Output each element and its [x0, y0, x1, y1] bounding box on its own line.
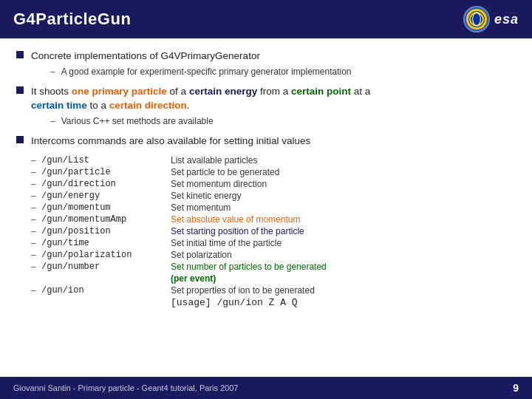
sub-dash-2: –	[50, 116, 55, 126]
page-title: G4ParticleGun	[13, 10, 131, 29]
sub-dash-1: –	[50, 66, 55, 77]
esa-logo: esa	[463, 6, 519, 33]
bullet-3: Intercoms commands are also available fo…	[16, 134, 516, 149]
cmd-row-particle: – /gun/particle Set particle to be gener…	[31, 167, 516, 177]
svg-point-1	[470, 13, 483, 26]
ion-usage: [usage] /gun/ion Z A Q	[171, 297, 516, 308]
cmd-desc-direction: Set momentum direction	[171, 179, 516, 189]
cmd-row-momentumamp: – /gun/momentumAmp Set absolute value of…	[31, 214, 516, 225]
cmd-name-list: /gun/List	[41, 155, 171, 166]
cmd-name-momentumamp: /gun/momentumAmp	[41, 214, 171, 225]
cmd-row-list: – /gun/List List available particles	[31, 155, 516, 166]
cmd-name-momentum: /gun/momentum	[41, 202, 171, 213]
cmd-name-energy: /gun/energy	[41, 191, 171, 201]
cmd-row-time: – /gun/time Set initial time of the part…	[31, 238, 516, 248]
bullet-icon-3	[16, 136, 24, 143]
cmd-desc-polarization: Set polarization	[171, 250, 516, 260]
cmd-desc-momentumamp: Set absolute value of momentum	[171, 214, 516, 225]
cmd-name-number: /gun/number	[41, 262, 171, 272]
cmd-name-position: /gun/position	[41, 226, 171, 236]
header-bar: G4ParticleGun esa	[0, 0, 532, 38]
cmd-desc-energy: Set kinetic energy	[171, 191, 516, 201]
cmd-row-momentum: – /gun/momentum Set momentum	[31, 202, 516, 213]
cmd-name-time: /gun/time	[41, 238, 171, 248]
esa-text: esa	[494, 12, 519, 27]
cmd-desc-particle: Set particle to be generated	[171, 167, 516, 177]
cmd-row-ion: – /gun/ion Set properties of ion to be g…	[31, 285, 516, 296]
bullet-text-3: Intercoms commands are also available fo…	[31, 134, 310, 149]
svg-point-2	[473, 13, 481, 26]
bullet-icon-2	[16, 86, 24, 94]
bullet-2: It shoots one primary particle of a cert…	[16, 84, 516, 126]
cmd-name-direction: /gun/direction	[41, 179, 171, 189]
cmd-desc-number: Set number of particles to be generated	[171, 262, 516, 272]
cmd-row-polarization: – /gun/polarization Set polarization	[31, 250, 516, 260]
esa-logo-icon	[463, 6, 490, 33]
cmd-desc-position: Set starting position of the particle	[171, 226, 516, 236]
cmd-desc-ion: Set properties of ion to be generated	[171, 285, 516, 296]
sub-text-1: A good example for experiment-specific p…	[61, 66, 352, 77]
bullet-row-3: Intercoms commands are also available fo…	[16, 134, 516, 149]
cmd-row-position: – /gun/position Set starting position of…	[31, 226, 516, 236]
cmd-desc-time: Set initial time of the particle	[171, 238, 516, 248]
bullet-row-1: Concrete implementations of G4VPrimaryGe…	[16, 49, 516, 64]
cmd-name-particle: /gun/particle	[41, 167, 171, 177]
cmd-row-number: – /gun/number Set number of particles to…	[31, 262, 516, 272]
cmd-row-direction: – /gun/direction Set momentum direction	[31, 179, 516, 189]
bullet-text-1: Concrete implementations of G4VPrimaryGe…	[31, 49, 260, 64]
bullet-1: Concrete implementations of G4VPrimaryGe…	[16, 49, 516, 77]
cmd-row-energy: – /gun/energy Set kinetic energy	[31, 191, 516, 201]
ion-usage-text: [usage] /gun/ion Z A Q	[171, 297, 298, 308]
footer-text: Giovanni Santin - Primary particle - Gea…	[13, 383, 238, 392]
svg-point-0	[466, 8, 488, 30]
page-number: 9	[513, 382, 519, 394]
per-event-label: (per event)	[171, 273, 516, 284]
cmd-name-ion: /gun/ion	[41, 285, 171, 296]
span-point: certain point	[291, 86, 351, 97]
commands-section: – /gun/List List available particles – /…	[31, 155, 516, 308]
footer: Giovanni Santin - Primary particle - Gea…	[0, 377, 532, 399]
cmd-desc-list: List available particles	[171, 155, 516, 166]
span-direction: certain direction	[109, 100, 187, 111]
sub-row-2: – Various C++ set methods are available	[50, 116, 516, 126]
span-time: certain time	[31, 100, 87, 111]
cmd-name-polarization: /gun/polarization	[41, 250, 171, 260]
sub-row-1: – A good example for experiment-specific…	[50, 66, 516, 77]
main-content: Concrete implementations of G4VPrimaryGe…	[0, 38, 532, 316]
bullet-text-2: It shoots one primary particle of a cert…	[31, 84, 370, 113]
cmd-desc-momentum: Set momentum	[171, 202, 516, 213]
span-particle: one primary particle	[72, 86, 167, 97]
per-event-text: (per event)	[171, 273, 216, 284]
sub-text-2: Various C++ set methods are available	[61, 116, 214, 126]
bullet-icon-1	[16, 51, 24, 58]
bullet-row-2: It shoots one primary particle of a cert…	[16, 84, 516, 113]
span-energy: certain energy	[189, 86, 257, 97]
